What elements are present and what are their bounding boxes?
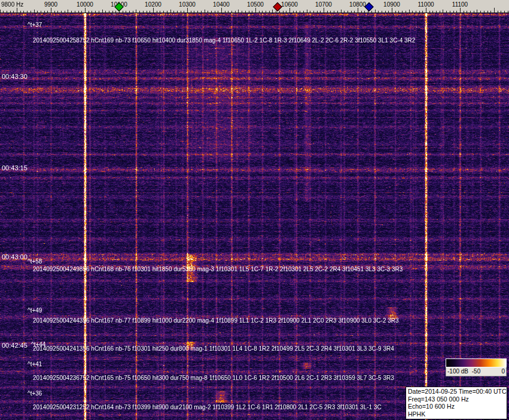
detection-tag: ^t+58 — [28, 258, 42, 265]
detection-data-line: 20140925004258752 hCnt169 nb-73 f10650 h… — [33, 37, 415, 44]
freq-scale-label: 9900 — [44, 1, 57, 8]
db-min-label: -100 dB — [447, 368, 468, 375]
detection-tag: ^t+41 — [28, 361, 42, 367]
time-axis-label: 00:43:15 — [2, 164, 28, 171]
detection-tag: ^t+37 — [28, 22, 42, 28]
freq-scale-label: 9800 Hz — [1, 1, 23, 8]
db-max-label: 0 — [501, 368, 505, 375]
detection-tag: ^t+36 — [28, 390, 42, 397]
detection-data-line: 20140925004244356 hCnt167 nb-77 f10899 h… — [33, 317, 399, 324]
info-echo-line: Echo=10 600 Hz — [408, 403, 505, 410]
freq-scale-label: 10800 — [349, 1, 366, 8]
detection-data-line: 20140925004249856 hCnt168 nb-76 f10301 h… — [33, 266, 403, 272]
detection-data-line: 20140925004241356 hCnt166 nb-75 f10301 h… — [33, 345, 394, 352]
freq-scale-label: 10500 — [247, 1, 264, 8]
db-gradient-bar — [446, 358, 507, 367]
detection-tag: ^t+49 — [28, 307, 42, 314]
time-axis-label: 00:42:45 — [2, 342, 28, 349]
db-mid-label: -50 — [472, 368, 480, 375]
db-color-scale: -100 dB -50 0 — [446, 358, 507, 376]
freq-scale-label: 11100 — [452, 1, 468, 8]
db-scale-labels: -100 dB -50 0 — [446, 367, 507, 376]
freq-scale-label: 11000 — [417, 1, 434, 8]
freq-scale-label: 10000 — [77, 1, 93, 8]
scale-ticks — [0, 8, 509, 13]
info-freq-line: Freq=143 050 000 Hz — [408, 396, 505, 403]
time-axis-label: 00:43:30 — [2, 73, 28, 80]
info-observer-line: HPHK — [408, 410, 505, 418]
status-info-box: Date=2014-09-25 Time=00:40 UTC Freq=143 … — [406, 387, 507, 419]
freq-scale-label: 10300 — [179, 1, 196, 8]
freq-scale-label: 10400 — [213, 1, 230, 8]
waterfall-canvas[interactable] — [0, 13, 509, 420]
frequency-scale[interactable]: 9800 Hz990010000101001020010300104001050… — [0, 0, 509, 13]
freq-scale-label: 10600 — [281, 1, 298, 8]
time-axis-label: 00:43:00 — [2, 253, 28, 260]
detection-data-line: 20140925004236752 hCnt165 nb-75 f10650 h… — [33, 375, 394, 381]
detection-data-line: 20140925004231252 hCnt164 nb-73 f10399 h… — [33, 404, 382, 410]
freq-scale-label: 10700 — [315, 1, 332, 8]
waterfall-display[interactable]: 9800 Hz990010000101001020010300104001050… — [0, 0, 509, 420]
freq-scale-label: 10900 — [383, 1, 400, 8]
freq-scale-label: 10200 — [145, 1, 161, 8]
info-date-line: Date=2014-09-25 Time=00:40 UTC — [408, 388, 505, 396]
